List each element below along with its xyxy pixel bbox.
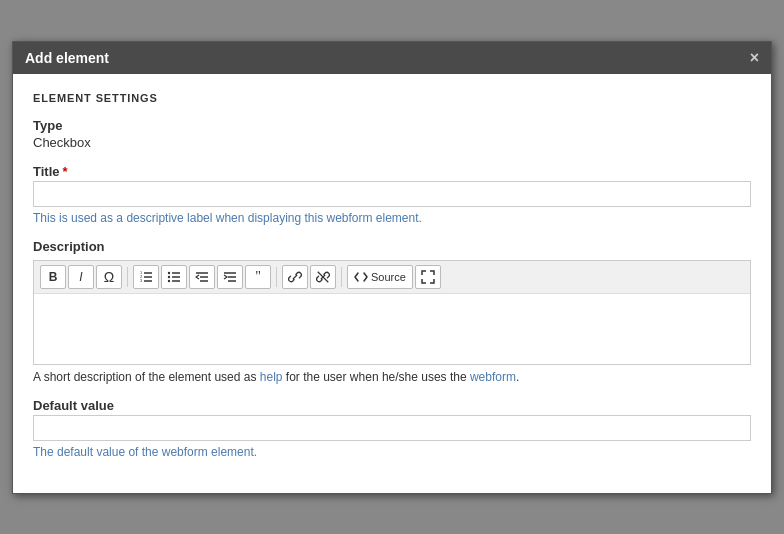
- dialog-title: Add element: [25, 50, 109, 66]
- dialog-body: Element Settings Type Checkbox Title* Th…: [13, 74, 771, 493]
- svg-text:3: 3: [140, 278, 143, 283]
- default-value-field-group: Default value The default value of the w…: [33, 398, 751, 459]
- editor-wrapper: B I Ω 123 ": [33, 260, 751, 365]
- type-field-group: Type Checkbox: [33, 118, 751, 150]
- description-label: Description: [33, 239, 751, 254]
- svg-point-11: [168, 279, 170, 281]
- description-field-group: Description B I Ω 123: [33, 239, 751, 384]
- editor-toolbar: B I Ω 123 ": [34, 261, 750, 294]
- fullscreen-button[interactable]: [415, 265, 441, 289]
- title-label: Title*: [33, 164, 751, 179]
- type-value: Checkbox: [33, 135, 751, 150]
- dialog-close-button[interactable]: ×: [750, 50, 759, 66]
- help-link: help: [260, 370, 283, 384]
- svg-point-10: [168, 275, 170, 277]
- italic-button[interactable]: I: [68, 265, 94, 289]
- section-title: Element Settings: [33, 92, 751, 104]
- toolbar-sep-1: [127, 267, 128, 287]
- blockquote-button[interactable]: ": [245, 265, 271, 289]
- title-field-group: Title* This is used as a descriptive lab…: [33, 164, 751, 225]
- add-element-dialog: Add element × Element Settings Type Chec…: [12, 41, 772, 494]
- svg-line-18: [318, 271, 329, 282]
- bold-button[interactable]: B: [40, 265, 66, 289]
- title-hint: This is used as a descriptive label when…: [33, 211, 751, 225]
- title-required-marker: *: [63, 164, 68, 179]
- type-label: Type: [33, 118, 751, 133]
- unlink-button[interactable]: [310, 265, 336, 289]
- default-value-label: Default value: [33, 398, 751, 413]
- title-input[interactable]: [33, 181, 751, 207]
- toolbar-sep-2: [276, 267, 277, 287]
- ordered-list-button[interactable]: 123: [133, 265, 159, 289]
- source-button[interactable]: Source: [347, 265, 413, 289]
- toolbar-sep-3: [341, 267, 342, 287]
- omega-button[interactable]: Ω: [96, 265, 122, 289]
- svg-point-9: [168, 271, 170, 273]
- indent-more-button[interactable]: [217, 265, 243, 289]
- description-hint: A short description of the element used …: [33, 370, 751, 384]
- unordered-list-button[interactable]: [161, 265, 187, 289]
- indent-less-button[interactable]: [189, 265, 215, 289]
- default-value-input[interactable]: [33, 415, 751, 441]
- webform-link: webform: [470, 370, 516, 384]
- dialog-header: Add element ×: [13, 42, 771, 74]
- default-value-hint: The default value of the webform element…: [33, 445, 751, 459]
- link-button[interactable]: [282, 265, 308, 289]
- description-editor[interactable]: [34, 294, 750, 364]
